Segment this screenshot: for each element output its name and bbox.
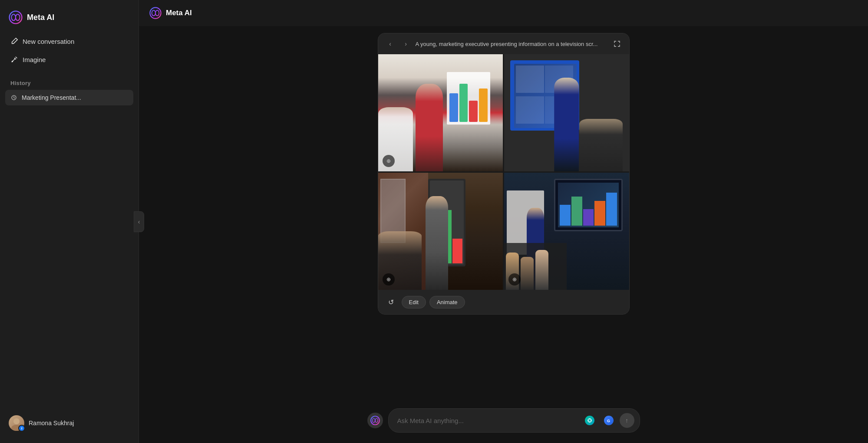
- imagine-button[interactable]: Imagine: [5, 51, 133, 68]
- imagine-label: Imagine: [23, 56, 46, 63]
- chevron-left-small-icon: ‹: [389, 40, 391, 47]
- svg-point-2: [16, 14, 20, 20]
- ai-avatar-icon: [370, 416, 380, 425]
- image-prompt-text: A young, marketing executive presenting …: [416, 41, 607, 47]
- scene-1: [378, 54, 503, 171]
- refresh-icon: ↺: [388, 298, 394, 306]
- sidebar-nav: New conversation Imagine: [5, 33, 133, 68]
- history-item-label: Marketing Presentat...: [22, 94, 81, 101]
- chevron-right-small-icon: ›: [405, 40, 407, 47]
- input-area: G ↑: [139, 401, 868, 443]
- image-cell-4[interactable]: ⊕: [504, 173, 629, 290]
- prev-arrow-button[interactable]: ‹: [384, 38, 396, 50]
- sidebar-logo: Meta AI: [5, 7, 133, 33]
- image-cell-3[interactable]: ⊕: [378, 173, 503, 290]
- header-meta-logo-icon: [149, 7, 162, 19]
- scene-4: [504, 173, 629, 290]
- expand-icon: [614, 40, 620, 47]
- facebook-badge: f: [18, 425, 25, 432]
- facebook-icon: f: [21, 427, 23, 430]
- chat-input[interactable]: [397, 417, 578, 424]
- sidebar-collapse-button[interactable]: ‹: [134, 211, 144, 232]
- svg-text:G: G: [607, 419, 610, 423]
- meta-logo-icon: [9, 10, 23, 24]
- input-wrapper: G ↑: [388, 408, 640, 433]
- user-name: Ramona Sukhraj: [29, 420, 74, 427]
- g-icon: G: [606, 418, 611, 423]
- history-label: History: [5, 78, 133, 90]
- scene-2: [504, 54, 629, 171]
- scene-3: [378, 173, 503, 290]
- input-icons: G ↑: [581, 413, 634, 428]
- history-section: History Marketing Presentat...: [5, 78, 133, 410]
- meta-ai-blue-icon: G: [604, 416, 614, 425]
- history-dot-icon: [10, 94, 17, 101]
- main-header: Meta AI: [139, 0, 868, 26]
- expand-button[interactable]: [611, 38, 623, 50]
- svg-point-12: [375, 418, 378, 422]
- image-action-icon-1: ⊕: [383, 155, 395, 167]
- chevron-left-icon: ‹: [138, 218, 140, 225]
- ai-avatar-small: [367, 413, 383, 428]
- send-icon: ↑: [625, 417, 628, 424]
- sparkle-icon: [587, 418, 592, 423]
- svg-point-8: [152, 10, 155, 16]
- user-profile[interactable]: f Ramona Sukhraj: [5, 410, 133, 436]
- new-conversation-button[interactable]: New conversation: [5, 33, 133, 49]
- image-cell-1[interactable]: ⊕: [378, 54, 503, 171]
- meta-ai-green-icon: [585, 416, 594, 425]
- image-card-header: ‹ › A young, marketing executive present…: [378, 33, 629, 54]
- header-title: Meta AI: [166, 9, 192, 17]
- history-item-marketing[interactable]: Marketing Presentat...: [5, 90, 133, 105]
- sidebar-logo-text: Meta AI: [27, 13, 54, 22]
- svg-point-9: [155, 10, 159, 16]
- image-action-icon-4: ⊕: [508, 273, 521, 285]
- meta-ai-badge-blue[interactable]: G: [601, 414, 617, 427]
- animate-button[interactable]: Animate: [429, 296, 465, 308]
- meta-ai-badge-green[interactable]: [581, 414, 598, 427]
- refresh-button[interactable]: ↺: [384, 295, 398, 309]
- svg-point-1: [11, 14, 16, 20]
- wand-icon: [10, 56, 18, 63]
- image-result-card: ‹ › A young, marketing executive present…: [378, 33, 630, 315]
- edit-button[interactable]: Edit: [402, 296, 426, 308]
- image-cell-2[interactable]: [504, 54, 629, 171]
- image-card-footer: ↺ Edit Animate: [378, 290, 629, 314]
- next-arrow-button[interactable]: ›: [400, 38, 412, 50]
- svg-point-3: [12, 61, 13, 62]
- send-button[interactable]: ↑: [620, 413, 634, 428]
- avatar-wrap: f: [9, 415, 24, 431]
- edit-icon: [10, 37, 18, 45]
- image-grid: ⊕: [378, 54, 629, 290]
- svg-point-11: [372, 418, 375, 422]
- chat-container: ‹ › A young, marketing executive present…: [378, 33, 630, 394]
- sidebar: Meta AI New conversation Imagine History…: [0, 0, 139, 443]
- new-conversation-label: New conversation: [23, 38, 74, 45]
- image-action-icon-3: ⊕: [383, 273, 395, 285]
- chat-area: ‹ › A young, marketing executive present…: [139, 26, 868, 401]
- svg-point-5: [13, 418, 20, 424]
- main-content: Meta AI ‹ › A young, marketing executive…: [139, 0, 868, 443]
